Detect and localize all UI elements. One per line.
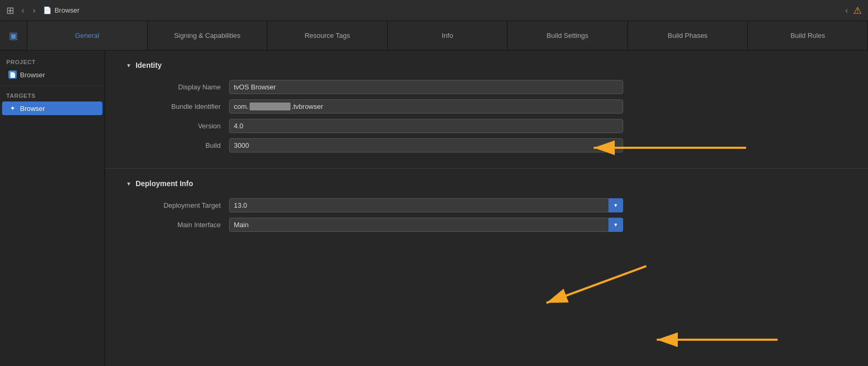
identity-section-title: Identity — [136, 61, 162, 69]
project-icon: 📄 — [8, 70, 17, 79]
warning-icon: ⚠ — [853, 5, 862, 16]
sidebar-divider — [0, 86, 105, 86]
identity-triangle: ▼ — [126, 63, 131, 68]
sidebar-item-project-label: Browser — [20, 71, 45, 79]
bundle-blurred: ████████ — [250, 103, 291, 110]
grid-icon: ⊞ — [6, 5, 14, 16]
identity-section: ▼ Identity Display Name Bundle Identifie… — [105, 50, 868, 168]
tabbar: ▣ General Signing & Capabilities Resourc… — [0, 21, 868, 50]
build-row: Build — [126, 138, 847, 152]
titlebar-title: Browser — [55, 6, 80, 14]
version-row: Version — [126, 119, 847, 133]
sidebar-item-target-label: Browser — [20, 105, 45, 113]
content-area: ▼ Identity Display Name Bundle Identifie… — [105, 50, 868, 366]
tabs-container: General Signing & Capabilities Resource … — [27, 21, 868, 50]
version-input[interactable] — [229, 119, 623, 133]
bundle-identifier-field[interactable]: com. ████████ .tvbrowser — [229, 99, 623, 114]
collapse-icon[interactable]: ‹ — [845, 6, 848, 15]
tab-build-phases[interactable]: Build Phases — [628, 21, 748, 50]
version-label: Version — [126, 122, 221, 130]
bundle-identifier-row: Bundle Identifier com. ████████ .tvbrows… — [126, 99, 847, 114]
tab-general[interactable]: General — [27, 21, 148, 50]
main-interface-select[interactable]: Main LaunchScreen — [229, 218, 623, 232]
main-interface-row: Main Interface Main LaunchScreen ▾ — [126, 218, 847, 232]
display-name-label: Display Name — [126, 83, 221, 91]
target-icon: ✦ — [8, 104, 17, 113]
deployment-triangle: ▼ — [126, 181, 131, 187]
deployment-target-select-container: 13.0 14.0 15.0 16.0 ▾ — [229, 198, 623, 212]
deployment-section: ▼ Deployment Info Deployment Target 13.0… — [105, 169, 868, 248]
sidebar-toggle-button[interactable]: ▣ — [0, 21, 27, 50]
sidebar: PROJECT 📄 Browser TARGETS ✦ Browser — [0, 50, 105, 366]
display-name-input[interactable] — [229, 80, 623, 94]
bundle-suffix: .tvbrowser — [292, 103, 323, 110]
nav-forward-button[interactable]: › — [29, 5, 38, 16]
project-section-title: PROJECT — [0, 57, 105, 67]
display-name-row: Display Name — [126, 80, 847, 94]
bundle-prefix: com. — [234, 103, 249, 110]
tab-resource-tags[interactable]: Resource Tags — [267, 21, 388, 50]
main-interface-select-container: Main LaunchScreen ▾ — [229, 218, 623, 232]
titlebar: ⊞ ‹ › 📄 Browser ‹ ⚠ — [0, 0, 868, 21]
tab-signing[interactable]: Signing & Capabilities — [148, 21, 268, 50]
deployment-target-select[interactable]: 13.0 14.0 15.0 16.0 — [229, 198, 623, 212]
titlebar-title-container: 📄 Browser — [43, 6, 80, 14]
sidebar-item-browser-project[interactable]: 📄 Browser — [2, 68, 102, 82]
deployment-arrow-annotation — [515, 256, 662, 319]
deployment-target-label: Deployment Target — [126, 201, 221, 209]
build-label: Build — [126, 141, 221, 149]
nav-buttons: ‹ › — [18, 5, 39, 16]
tab-info[interactable]: Info — [388, 21, 508, 50]
deployment-section-header: ▼ Deployment Info — [126, 179, 847, 188]
sidebar-item-browser-target[interactable]: ✦ Browser — [2, 101, 102, 115]
bundle-identifier-label: Bundle Identifier — [126, 103, 221, 110]
deployment-section-title: Deployment Info — [136, 179, 193, 188]
deployment-target-row: Deployment Target 13.0 14.0 15.0 16.0 ▾ — [126, 198, 847, 212]
titlebar-right: ‹ ⚠ — [845, 5, 862, 16]
document-icon: 📄 — [43, 6, 51, 14]
svg-line-3 — [546, 266, 646, 303]
nav-back-button[interactable]: ‹ — [18, 5, 27, 16]
tab-build-rules[interactable]: Build Rules — [748, 21, 868, 50]
build-input[interactable] — [229, 138, 623, 152]
main-layout: PROJECT 📄 Browser TARGETS ✦ Browser ▼ Id… — [0, 50, 868, 366]
main-interface-label: Main Interface — [126, 221, 221, 229]
identity-section-header: ▼ Identity — [126, 61, 847, 69]
main-interface-arrow-annotation — [641, 329, 788, 350]
targets-section-title: TARGETS — [0, 90, 105, 101]
sidebar-toggle-icon: ▣ — [9, 30, 18, 42]
tab-build-settings[interactable]: Build Settings — [508, 21, 628, 50]
